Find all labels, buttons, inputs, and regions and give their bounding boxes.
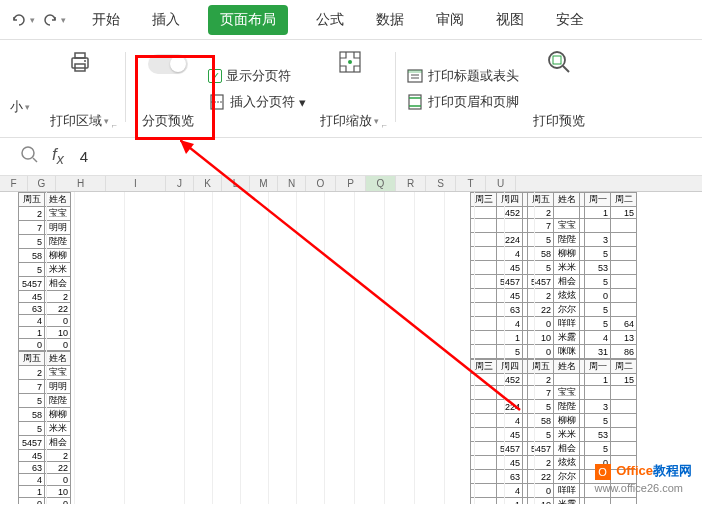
ribbon-group-shrink[interactable]: 小▾ (4, 48, 36, 130)
svg-point-15 (549, 52, 565, 68)
col-header-G[interactable]: G (28, 176, 56, 191)
print-title-label: 打印标题或表头 (428, 67, 519, 85)
table-block[interactable]: 周五姓名2宝宝7明明5陛陛58柳柳5米米5457相会45263224011000 (18, 351, 71, 504)
watermark-brand1: Office (616, 463, 653, 478)
col-header-N[interactable]: N (278, 176, 306, 191)
col-header-F[interactable]: F (0, 176, 28, 191)
ribbon-group-page-preview[interactable]: 分页预览 (136, 48, 200, 130)
svg-point-3 (84, 60, 86, 62)
col-header-J[interactable]: J (166, 176, 194, 191)
formula-bar: fx 4 (0, 138, 702, 176)
chevron-down-icon: ▾ (30, 15, 35, 25)
page-preview-label: 分页预览 (142, 112, 194, 130)
col-header-R[interactable]: R (396, 176, 426, 191)
col-header-S[interactable]: S (426, 176, 456, 191)
page-preview-toggle[interactable] (148, 54, 188, 74)
insert-page-break-button[interactable]: 插入分页符 ▾ (208, 93, 306, 111)
menu-tab-1[interactable]: 插入 (148, 5, 184, 35)
redo-icon (41, 11, 59, 29)
divider (125, 52, 126, 122)
shrink-label: 小 (10, 98, 23, 116)
ribbon: 小▾ 打印区域▾ ⌐ 分页预览 ✓ 显示分页符 插入分页符 ▾ 打印缩放▾ ⌐ (0, 40, 702, 138)
checkbox-checked-icon: ✓ (208, 69, 222, 83)
svg-point-7 (348, 60, 352, 64)
undo-icon (10, 11, 28, 29)
menu-tab-6[interactable]: 视图 (492, 5, 528, 35)
column-headers: FGHIJKLMNOPQRSTU (0, 176, 702, 192)
col-header-L[interactable]: L (222, 176, 250, 191)
show-page-break-label: 显示分页符 (226, 67, 291, 85)
svg-rect-1 (75, 53, 85, 58)
menu-tab-4[interactable]: 数据 (372, 5, 408, 35)
divider (395, 52, 396, 122)
watermark-brand2: 教程网 (653, 463, 692, 478)
col-header-T[interactable]: T (456, 176, 486, 191)
dialog-launcher-icon[interactable]: ⌐ (382, 120, 387, 130)
print-header-footer-button[interactable]: 打印页眉和页脚 (406, 93, 519, 111)
print-area-label: 打印区域 (50, 112, 102, 130)
col-header-O[interactable]: O (306, 176, 336, 191)
show-page-break-button[interactable]: ✓ 显示分页符 (208, 67, 306, 85)
chevron-down-icon: ▾ (104, 116, 109, 126)
undo-button[interactable]: ▾ (8, 9, 37, 31)
svg-line-19 (33, 158, 37, 162)
sheet-area: FGHIJKLMNOPQRSTU 周五姓名2宝宝7明明5陛陛58柳柳5米米545… (0, 176, 702, 504)
ribbon-group-page-breaks: ✓ 显示分页符 插入分页符 ▾ (208, 48, 306, 130)
print-title-button[interactable]: 打印标题或表头 (406, 67, 519, 85)
fx-icon[interactable]: fx (52, 145, 64, 167)
col-header-H[interactable]: H (56, 176, 106, 191)
menu-tab-5[interactable]: 审阅 (432, 5, 468, 35)
chevron-down-icon: ▾ (299, 95, 306, 110)
menubar: ▾ ▾ 开始插入页面布局公式数据审阅视图安全 (0, 0, 702, 40)
watermark-url: www.office26.com (595, 482, 683, 494)
watermark: O Office教程网 www.office26.com (595, 462, 692, 495)
ribbon-group-print-area[interactable]: 打印区域▾ ⌐ (44, 48, 115, 130)
col-header-P[interactable]: P (336, 176, 366, 191)
svg-rect-12 (409, 95, 421, 109)
redo-button[interactable]: ▾ (39, 9, 68, 31)
col-header-M[interactable]: M (250, 176, 278, 191)
col-header-I[interactable]: I (106, 176, 166, 191)
svg-point-18 (22, 147, 34, 159)
search-icon[interactable] (20, 145, 40, 168)
menu-tab-2[interactable]: 页面布局 (208, 5, 288, 35)
ribbon-group-print-preview[interactable]: 打印预览 (527, 48, 591, 130)
ribbon-group-print-scale[interactable]: 打印缩放▾ ⌐ (314, 48, 385, 130)
svg-rect-9 (408, 70, 422, 73)
col-header-K[interactable]: K (194, 176, 222, 191)
ribbon-group-print-titles: 打印标题或表头 打印页眉和页脚 (406, 48, 519, 130)
chevron-down-icon: ▾ (61, 15, 66, 25)
svg-line-16 (563, 66, 569, 72)
chevron-down-icon: ▾ (374, 116, 379, 126)
formula-input[interactable]: 4 (76, 144, 682, 169)
print-preview-label: 打印预览 (533, 112, 585, 130)
menu-tab-0[interactable]: 开始 (88, 5, 124, 35)
menu-tab-7[interactable]: 安全 (552, 5, 588, 35)
watermark-icon: O (595, 464, 611, 480)
col-header-Q[interactable]: Q (366, 176, 396, 191)
insert-page-break-icon (208, 93, 226, 111)
print-scale-label: 打印缩放 (320, 112, 372, 130)
col-header-U[interactable]: U (486, 176, 516, 191)
table-block[interactable]: 周五姓名2宝宝7明明5陛陛58柳柳5米米5457相会45263224011000 (18, 192, 71, 351)
chevron-down-icon: ▾ (25, 102, 30, 112)
print-header-footer-label: 打印页眉和页脚 (428, 93, 519, 111)
table-block[interactable]: 周三周四周五姓名周一周二45221157宝宝2245陛陛3458柳柳5455米米… (470, 192, 637, 359)
print-title-icon (406, 67, 424, 85)
magnifier-icon (545, 48, 573, 76)
menu-tabs: 开始插入页面布局公式数据审阅视图安全 (88, 5, 588, 35)
svg-rect-17 (553, 56, 561, 64)
grid-right-block[interactable]: 周三周四周五姓名周一周二45221157宝宝2245陛陛3458柳柳5455米米… (470, 192, 637, 504)
dialog-launcher-icon[interactable]: ⌐ (112, 120, 117, 130)
menu-tab-3[interactable]: 公式 (312, 5, 348, 35)
print-header-footer-icon (406, 93, 424, 111)
undo-redo-group: ▾ ▾ (8, 9, 68, 31)
printer-icon (66, 48, 94, 76)
insert-page-break-label: 插入分页符 (230, 93, 295, 111)
print-scale-icon (336, 48, 364, 76)
